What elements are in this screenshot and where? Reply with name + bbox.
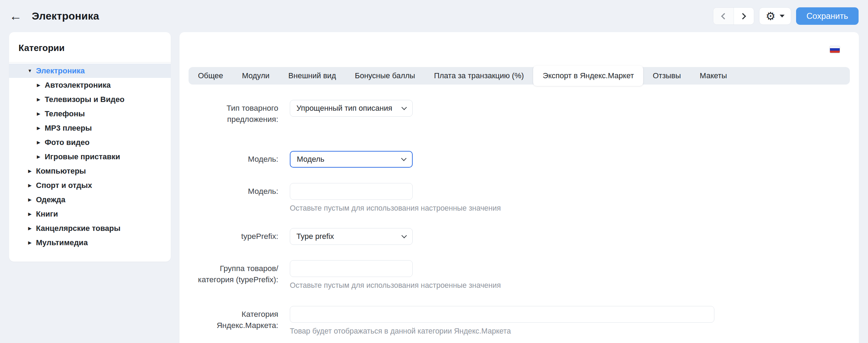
form-row-typeprefix-input: Группа товаров/категория (typePrefix): О…	[189, 260, 850, 290]
sidebar-item[interactable]: ▶Игровые приставки	[9, 149, 171, 164]
offer-type-label: Тип товарного предложения:	[189, 100, 278, 125]
market-category-hint: Товар будет отображаться в данной катего…	[290, 327, 714, 336]
offer-type-select[interactable]: Упрощенный тип описания	[290, 100, 413, 117]
back-arrow-icon[interactable]: ←	[9, 10, 22, 22]
tab-3[interactable]: Бонусные баллы	[345, 67, 425, 85]
sidebar-item[interactable]: ▶Фото видео	[9, 135, 171, 149]
model-select-value: Модель	[297, 155, 324, 164]
caret-right-icon[interactable]: ▶	[27, 240, 32, 245]
typeprefix-select-value: Type prefix	[296, 232, 334, 241]
tab-4[interactable]: Плата за транзакцию (%)	[425, 67, 533, 85]
chevron-left-icon	[721, 13, 727, 19]
form-row-model-input: Модель: Оставьте пустым для использовани…	[189, 183, 850, 213]
tab-6[interactable]: Отзывы	[643, 67, 690, 85]
categories-sidebar: Категории ▼Электроника▶Автоэлектроника▶Т…	[9, 32, 171, 262]
model-input-hint: Оставьте пустым для использования настро…	[290, 204, 501, 213]
sidebar-item[interactable]: ▶Спорт и отдых	[9, 178, 171, 192]
sidebar-item-label: Мультимедиа	[36, 238, 88, 247]
sidebar-item[interactable]: ▶Телевизоры и Видео	[9, 92, 171, 107]
caret-right-icon[interactable]: ▶	[36, 97, 41, 102]
sidebar-item-label: Телевизоры и Видео	[45, 95, 124, 104]
yandex-market-form: Тип товарного предложения: Упрощенный ти…	[189, 100, 850, 336]
sidebar-item[interactable]: ▶Мультимедиа	[9, 235, 171, 250]
chevron-right-icon	[740, 13, 746, 19]
sidebar-item-label: Фото видео	[45, 138, 89, 147]
top-header: ← Электроника ⚙ Сохранить	[0, 0, 868, 32]
typeprefix-input-hint: Оставьте пустым для использования настро…	[290, 281, 501, 290]
sidebar-item-label: Одежда	[36, 195, 65, 204]
caret-right-icon[interactable]: ▶	[36, 125, 41, 131]
next-button[interactable]	[734, 8, 754, 24]
sidebar-item[interactable]: ▶Телефоны	[9, 107, 171, 121]
model-select-label: Модель:	[189, 151, 278, 168]
caret-right-icon[interactable]: ▶	[36, 82, 41, 88]
page-title: Электроника	[32, 10, 99, 22]
typeprefix-select[interactable]: Type prefix	[290, 228, 413, 245]
caret-right-icon[interactable]: ▶	[27, 197, 32, 202]
tab-5[interactable]: Экспорт в Яндекс.Маркет	[533, 66, 643, 86]
caret-right-icon[interactable]: ▶	[36, 111, 41, 116]
model-select-control: Модель	[290, 151, 413, 168]
flag-stripe-red	[830, 51, 840, 53]
caret-right-icon[interactable]: ▶	[27, 211, 32, 217]
sidebar-item[interactable]: ▶Канцелярские товары	[9, 221, 171, 235]
header-left: ← Электроника	[9, 10, 99, 22]
sidebar-item-label: Компьютеры	[36, 167, 86, 176]
chevron-down-icon	[402, 233, 407, 238]
typeprefix-select-label: typePrefix:	[189, 228, 278, 245]
sidebar-item-label: Телефоны	[45, 109, 85, 118]
main-panel: ОбщееМодулиВнешний видБонусные баллыПлат…	[179, 32, 859, 343]
sidebar-item-label: Электроника	[36, 66, 85, 75]
tab-0[interactable]: Общее	[189, 67, 233, 85]
caret-right-icon[interactable]: ▶	[27, 183, 32, 188]
market-category-input[interactable]	[290, 306, 714, 323]
market-category-control: Товар будет отображаться в данной катего…	[290, 306, 714, 336]
offer-type-control: Упрощенный тип описания	[290, 100, 413, 125]
previous-button[interactable]	[713, 8, 734, 24]
chevron-down-icon	[402, 104, 407, 110]
model-select[interactable]: Модель	[290, 151, 413, 168]
content-layout: Категории ▼Электроника▶Автоэлектроника▶Т…	[0, 32, 868, 343]
save-button[interactable]: Сохранить	[796, 7, 859, 25]
sidebar-item-label: Книги	[36, 210, 58, 219]
caret-right-icon[interactable]: ▶	[27, 168, 32, 174]
category-tree: ▼Электроника▶Автоэлектроника▶Телевизоры …	[9, 63, 171, 250]
form-row-typeprefix-select: typePrefix: Type prefix	[189, 228, 850, 245]
form-row-model-select: Модель: Модель	[189, 151, 850, 168]
model-input-label: Модель:	[189, 183, 278, 213]
typeprefix-input-control: Оставьте пустым для использования настро…	[290, 260, 501, 290]
sidebar-item[interactable]: ▶Автоэлектроника	[9, 78, 171, 92]
header-actions: ⚙ Сохранить	[713, 7, 859, 25]
typeprefix-select-control: Type prefix	[290, 228, 413, 245]
settings-dropdown-button[interactable]: ⚙	[759, 7, 791, 25]
caret-down-icon[interactable]: ▼	[27, 68, 32, 73]
caret-right-icon[interactable]: ▶	[36, 154, 41, 159]
gear-icon: ⚙	[766, 11, 775, 22]
sidebar-item[interactable]: ▼Электроника	[9, 64, 171, 78]
sidebar-item[interactable]: ▶MP3 плееры	[9, 121, 171, 135]
sidebar-item[interactable]: ▶Одежда	[9, 192, 171, 207]
sidebar-item[interactable]: ▶Компьютеры	[9, 164, 171, 178]
prev-next-group	[713, 7, 754, 25]
chevron-down-icon	[401, 155, 407, 161]
russian-flag-icon[interactable]	[830, 46, 840, 53]
form-row-offer-type: Тип товарного предложения: Упрощенный ти…	[189, 100, 850, 125]
sidebar-item-label: Спорт и отдых	[36, 181, 92, 190]
sidebar-item-label: MP3 плееры	[45, 124, 92, 133]
tab-7[interactable]: Макеты	[690, 67, 736, 85]
model-input[interactable]	[290, 183, 413, 200]
tab-bar: ОбщееМодулиВнешний видБонусные баллыПлат…	[189, 67, 850, 85]
sidebar-item-label: Автоэлектроника	[45, 81, 111, 90]
caret-right-icon[interactable]: ▶	[36, 140, 41, 145]
sidebar-item[interactable]: ▶Книги	[9, 207, 171, 221]
typeprefix-input[interactable]	[290, 260, 413, 277]
caret-right-icon[interactable]: ▶	[27, 226, 32, 231]
sidebar-item-label: Игровые приставки	[45, 152, 120, 161]
offer-type-select-value: Упрощенный тип описания	[296, 104, 392, 113]
market-category-label: Категория Яндекс.Маркета:	[189, 306, 278, 336]
tab-2[interactable]: Внешний вид	[279, 67, 345, 85]
typeprefix-input-label: Группа товаров/категория (typePrefix):	[189, 260, 278, 290]
tab-1[interactable]: Модули	[233, 67, 279, 85]
model-input-control: Оставьте пустым для использования настро…	[290, 183, 501, 213]
sidebar-item-label: Канцелярские товары	[36, 224, 120, 233]
